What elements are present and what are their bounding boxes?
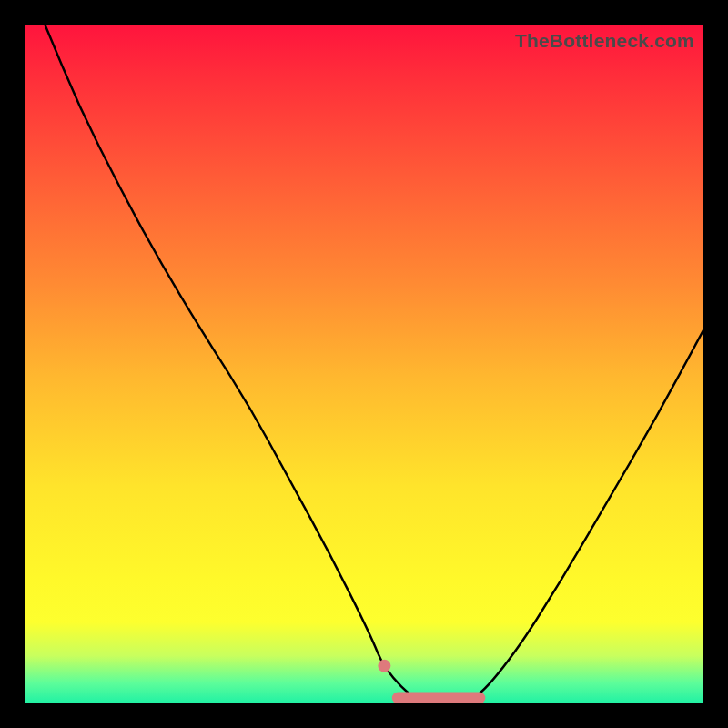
chart-plot-area: TheBottleneck.com — [25, 25, 703, 703]
bottleneck-curve-svg — [25, 25, 703, 703]
marker-dot — [378, 660, 390, 672]
bottleneck-curve — [45, 25, 703, 703]
attribution-watermark: TheBottleneck.com — [515, 30, 694, 52]
